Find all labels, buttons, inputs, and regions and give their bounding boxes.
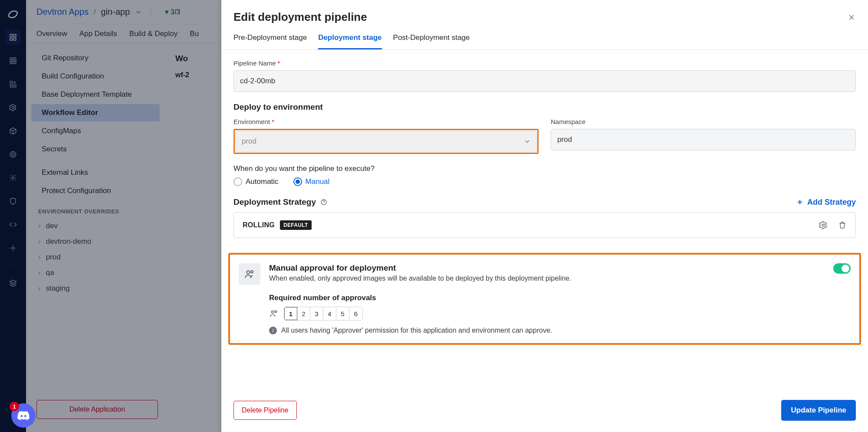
svg-point-14 xyxy=(822,224,825,226)
tab-deployment[interactable]: Deployment stage xyxy=(318,27,381,49)
drawer-title: Edit deployment pipeline xyxy=(233,10,367,24)
deploy-to-env-heading: Deploy to environment xyxy=(233,102,856,112)
manual-approval-title: Manual approval for deployment xyxy=(269,263,571,273)
environment-label: Environment* xyxy=(233,118,539,125)
approvals-count-label: Required number of approvals xyxy=(269,294,851,302)
gear-icon[interactable] xyxy=(819,221,828,229)
namespace-label: Namespace xyxy=(551,118,856,125)
drawer-tabs: Pre-Deployment stage Deployment stage Po… xyxy=(221,27,868,50)
pipeline-name-input[interactable] xyxy=(233,70,856,92)
update-pipeline-button[interactable]: Update Pipeline xyxy=(781,400,856,421)
add-strategy-button[interactable]: Add Strategy xyxy=(796,198,856,207)
manual-approval-toggle[interactable] xyxy=(833,263,851,274)
svg-point-16 xyxy=(251,271,253,273)
delete-pipeline-button[interactable]: Delete Pipeline xyxy=(233,401,297,420)
discord-bubble[interactable]: 1 xyxy=(11,403,36,428)
strategy-card: ROLLING DEFAULT xyxy=(233,212,856,238)
approval-opt-5[interactable]: 5 xyxy=(336,307,349,320)
environment-select[interactable] xyxy=(235,131,537,152)
manual-approval-desc: When enabled, only approved images will … xyxy=(269,275,571,282)
approval-note: All users having 'Approver' permission f… xyxy=(281,327,552,334)
namespace-input[interactable] xyxy=(551,129,856,151)
approval-opt-4[interactable]: 4 xyxy=(323,307,336,320)
approval-opt-1[interactable]: 1 xyxy=(284,307,297,320)
edit-pipeline-drawer: Edit deployment pipeline Pre-Deployment … xyxy=(221,0,868,432)
plus-icon xyxy=(796,198,804,206)
svg-point-18 xyxy=(275,311,276,312)
discord-badge: 1 xyxy=(10,402,19,411)
radio-automatic[interactable]: Automatic xyxy=(233,177,279,186)
tab-post-deployment[interactable]: Post-Deployment stage xyxy=(393,27,470,49)
trash-icon[interactable] xyxy=(838,221,847,229)
pipeline-name-label: Pipeline Name* xyxy=(233,59,856,67)
svg-point-17 xyxy=(272,311,274,314)
help-icon[interactable] xyxy=(320,199,327,206)
close-icon[interactable] xyxy=(847,13,856,22)
users-icon xyxy=(239,263,260,285)
approval-opt-2[interactable]: 2 xyxy=(297,307,310,320)
tab-pre-deployment[interactable]: Pre-Deployment stage xyxy=(233,27,307,49)
approvals-segmented[interactable]: 1 2 3 4 5 6 xyxy=(284,307,363,321)
approval-opt-6[interactable]: 6 xyxy=(349,307,362,320)
approval-opt-3[interactable]: 3 xyxy=(310,307,323,320)
discord-icon xyxy=(17,410,30,421)
info-icon: i xyxy=(269,327,277,334)
default-badge: DEFAULT xyxy=(280,220,312,230)
strategy-name: ROLLING xyxy=(243,221,275,229)
radio-manual[interactable]: Manual xyxy=(293,177,330,186)
deployment-strategy-label: Deployment Strategy xyxy=(233,197,316,207)
users-mini-icon xyxy=(269,309,279,318)
exec-question: When do you want the pipeline to execute… xyxy=(233,164,856,173)
manual-approval-section: Manual approval for deployment When enab… xyxy=(228,253,861,345)
chevron-down-icon xyxy=(524,138,531,145)
svg-point-15 xyxy=(247,271,250,274)
